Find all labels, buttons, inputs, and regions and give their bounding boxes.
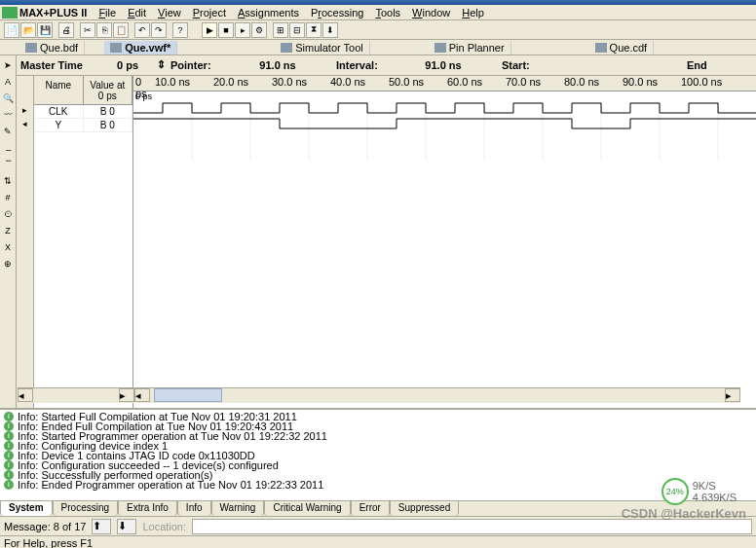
pointer-label: Pointer: [170, 59, 248, 71]
timing-icon[interactable]: ⧗ [306, 22, 321, 38]
cut-icon[interactable]: ✂ [80, 22, 95, 38]
scroll-left-icon[interactable]: ◂ [18, 388, 33, 402]
z-tool-icon[interactable]: Z [0, 223, 16, 238]
time-tick: 100.0 ns [679, 76, 737, 91]
prev-msg-icon[interactable]: ⬆ [92, 519, 111, 534]
save-icon[interactable]: 💾 [37, 22, 53, 38]
low-tool-icon[interactable]: ⎽ [0, 140, 16, 156]
info-icon: i [4, 412, 14, 421]
tab-pinplanner[interactable]: Pin Planner [429, 41, 511, 55]
time-tick: 50.0 ns [387, 76, 445, 91]
log-tab-extrainfo[interactable]: Extra Info [118, 500, 177, 516]
file-icon [25, 43, 37, 53]
pin-icon[interactable]: ⊟ [289, 22, 305, 38]
log-line[interactable]: iInfo: Ended Programmer operation at Tue… [4, 480, 752, 490]
log-tab-critical[interactable]: Critical Warning [264, 500, 350, 516]
zoom-tool-icon[interactable]: 🔍 [0, 91, 16, 106]
h-scrollbar-names[interactable]: ◂ ▸ [18, 387, 134, 403]
percent-circle: 24% [662, 478, 689, 505]
print-icon[interactable]: 🖨 [58, 22, 74, 38]
time-tick: 40.0 ns [328, 76, 387, 91]
log-tab-system[interactable]: System [0, 500, 53, 516]
undo-icon[interactable]: ↶ [134, 22, 150, 38]
signal-table: ▸ ◂ Name Value at 0 ps CLK B 0 Y B 0 [17, 76, 756, 408]
toolbar: 📄 📂 💾 🖨 ✂ ⎘ 📋 ↶ ↷ ? ▶ ■ ▸ ⚙ ⊞ ⊟ ⧗ ⬇ [0, 20, 756, 40]
wave-tool-icon[interactable]: 〰 [0, 107, 16, 123]
menu-file[interactable]: File [93, 6, 122, 19]
rate-text: 9K/S [693, 480, 737, 492]
tab-label: Que.vwf* [125, 42, 170, 54]
tab-label: Que.bdf [40, 42, 78, 54]
prog-icon[interactable]: ⬇ [322, 22, 338, 38]
signal-name: CLK [34, 105, 84, 118]
copy-icon[interactable]: ⎘ [96, 22, 112, 38]
log-tab-suppressed[interactable]: Suppressed [390, 500, 459, 516]
help-icon[interactable]: ? [172, 22, 188, 38]
spin-icon[interactable]: ⇕ [157, 58, 170, 71]
pointer-value: 91.0 ns [248, 59, 307, 71]
next-msg-icon[interactable]: ⬇ [117, 519, 136, 534]
log-tab-info[interactable]: Info [177, 500, 211, 516]
count-tool-icon[interactable]: # [0, 190, 16, 205]
menu-view[interactable]: View [152, 6, 187, 19]
file-icon [595, 43, 607, 53]
high-tool-icon[interactable]: ⎺ [0, 157, 16, 172]
info-icon: i [4, 451, 14, 460]
compile-icon[interactable]: ▶ [202, 22, 217, 38]
time-tick: 70.0 ns [504, 76, 562, 91]
tab-vwf[interactable]: Que.vwf* [104, 41, 177, 55]
log-tab-processing[interactable]: Processing [53, 500, 118, 516]
text-tool-icon[interactable]: A [0, 74, 16, 90]
info-icon: i [4, 431, 14, 441]
open-icon[interactable]: 📂 [20, 22, 36, 38]
tab-simulator[interactable]: Simulator Tool [275, 41, 370, 55]
log-text: Info: Ended Programmer operation at Tue … [18, 480, 323, 490]
redo-icon[interactable]: ↷ [151, 22, 167, 38]
signal-row[interactable]: Y B 0 [34, 119, 132, 132]
menu-window[interactable]: Window [406, 6, 456, 19]
end-label: End [687, 59, 756, 71]
interval-label: Interval: [336, 59, 414, 71]
scroll-right-icon[interactable]: ▸ [725, 388, 740, 402]
scroll-left-icon[interactable]: ◂ [134, 388, 150, 402]
tab-bdf[interactable]: Que.bdf [19, 41, 85, 55]
paste-icon[interactable]: 📋 [113, 22, 129, 38]
chip-icon[interactable]: ⊞ [273, 22, 288, 38]
edit-tool-icon[interactable]: ✎ [0, 124, 16, 139]
clock-tool-icon[interactable]: ⏲ [0, 206, 16, 222]
signal-value: B 0 [84, 119, 133, 131]
menu-assignments[interactable]: Assignments [232, 6, 305, 19]
scroll-right-icon[interactable]: ▸ [119, 388, 134, 402]
log-tab-warning[interactable]: Warning [211, 500, 265, 516]
info-icon: i [4, 480, 14, 490]
log-tab-error[interactable]: Error [351, 500, 390, 516]
menu-project[interactable]: Project [187, 6, 232, 19]
menu-edit[interactable]: Edit [122, 6, 152, 19]
waveform-area[interactable]: 0 ps 10.0 ns 20.0 ns 30.0 ns 40.0 ns 50.… [133, 76, 756, 408]
new-icon[interactable]: 📄 [4, 22, 19, 38]
invert-tool-icon[interactable]: ⇅ [0, 173, 16, 189]
group-tool-icon[interactable]: ⊕ [0, 256, 16, 272]
tab-label: Que.cdf [610, 42, 648, 54]
signal-value: B 0 [84, 105, 133, 118]
tab-cdf[interactable]: Que.cdf [589, 41, 655, 55]
master-time-label: Master Time [20, 59, 98, 71]
app-icon [2, 7, 18, 18]
h-scrollbar-wave[interactable]: ◂ ▸ [134, 387, 740, 403]
wave-canvas[interactable] [133, 101, 756, 393]
info-icon: i [4, 421, 14, 431]
stop-icon[interactable]: ■ [218, 22, 234, 38]
sim-icon[interactable]: ▸ [235, 22, 250, 38]
menu-processing[interactable]: Processing [305, 6, 369, 19]
file-icon [110, 43, 122, 53]
progress-badge: 24% 9K/S 4.639K/S [662, 478, 737, 505]
scroll-thumb[interactable] [154, 388, 222, 402]
master-time-value: 0 ps [98, 59, 157, 71]
menu-tools[interactable]: Tools [369, 6, 406, 19]
input-icon: ▸ [17, 105, 33, 119]
signal-row[interactable]: CLK B 0 [34, 105, 132, 119]
tool-icon[interactable]: ⚙ [251, 22, 267, 38]
x-tool-icon[interactable]: X [0, 239, 16, 255]
menu-help[interactable]: Help [456, 6, 490, 19]
pointer-tool-icon[interactable]: ➤ [0, 57, 16, 73]
